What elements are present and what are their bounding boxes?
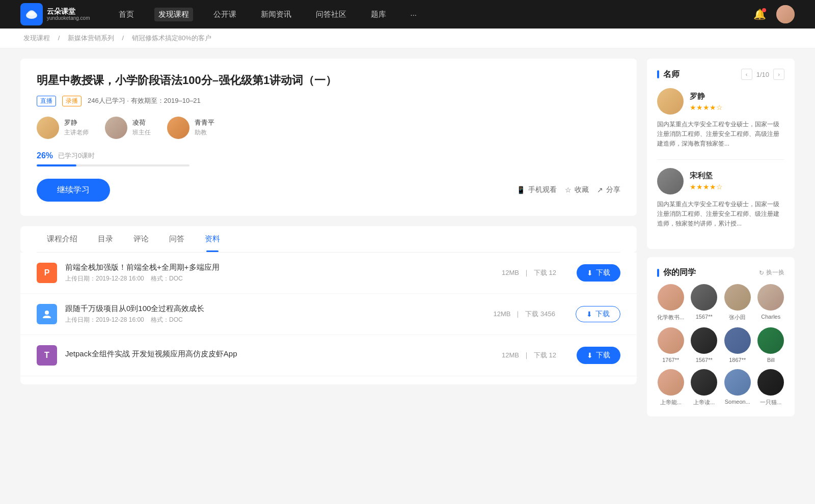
refresh-classmates-button[interactable]: ↻ 换一换: [759, 268, 784, 277]
course-meta-text: 246人已学习 · 有效期至：2019–10–21: [88, 96, 201, 105]
download-icon-2: ⬇: [587, 351, 593, 359]
nav-discover[interactable]: 发现课程: [154, 8, 193, 21]
breadcrumb-sep-1: /: [58, 34, 62, 42]
nav-more[interactable]: ···: [406, 8, 421, 21]
nav-exam[interactable]: 题库: [367, 8, 390, 21]
classmate-avatar-3: [757, 284, 784, 311]
classmate-11: 一只猫...: [757, 369, 785, 406]
classmate-5: 1567**: [691, 327, 718, 363]
material-info-2: Jetpack全组件实战 开发短视频应用高仿皮皮虾App: [65, 349, 494, 361]
logo-icon: [20, 3, 43, 25]
classmate-name-11: 一只猫...: [760, 399, 781, 406]
badge-record: 录播: [62, 96, 82, 106]
material-info-1: 跟随千万级项目从0到100全过程高效成长 上传日期：2019-12-28 16:…: [65, 304, 485, 324]
material-title-0: 前端全栈加强版！前端全栈+全周期+多端应用: [65, 263, 494, 272]
tab-material[interactable]: 资料: [195, 226, 230, 252]
share-button[interactable]: ↗ 分享: [597, 185, 620, 194]
collect-label: 收藏: [575, 185, 589, 194]
navbar: 云朵课堂 yunduoketang.com 首页 发现课程 公开课 新闻资讯 问…: [0, 0, 815, 29]
nav-news[interactable]: 新闻资讯: [257, 8, 295, 21]
download-button-2[interactable]: ⬇ 下载: [577, 347, 620, 364]
collect-button[interactable]: ☆ 收藏: [565, 185, 589, 194]
tabs: 课程介绍 目录 评论 问答 资料: [37, 226, 620, 253]
nav-qa[interactable]: 问答社区: [312, 8, 350, 21]
user-avatar-nav[interactable]: [776, 5, 795, 23]
download-button-1[interactable]: ⬇ 下载: [576, 306, 620, 322]
classmate-0: 化学教书...: [657, 284, 685, 321]
classmate-name-2: 张小田: [729, 314, 746, 321]
breadcrumb-item-1[interactable]: 发现课程: [23, 34, 50, 42]
classmate-name-1: 1567**: [696, 314, 713, 320]
progress-bar-bg: [37, 164, 189, 166]
classmate-avatar-7: [757, 327, 784, 354]
logo[interactable]: 云朵课堂 yunduoketang.com: [20, 3, 90, 25]
bell-button[interactable]: 🔔: [753, 8, 766, 20]
main-layout: 明星中教授课，小学阶段语法100分–强化级第1讲动词（一） 直播 录播 246人…: [0, 48, 815, 435]
mobile-watch-button[interactable]: 📱 手机观看: [517, 185, 557, 194]
teacher-sidebar-desc-0: 国内某重点大学安全工程专业硕士，国家一级注册消防工程师、注册安全工程师、高级注册…: [657, 120, 784, 149]
classmate-8: 上帝能...: [657, 369, 685, 406]
classmate-4: 1767**: [657, 327, 685, 363]
classmate-avatar-1: [691, 284, 717, 311]
tab-intro[interactable]: 课程介绍: [37, 226, 88, 252]
classmate-avatar-6: [724, 327, 751, 354]
material-icon-1: [37, 304, 57, 324]
classmate-name-8: 上帝能...: [660, 399, 682, 406]
nav-right: 🔔: [753, 5, 795, 23]
teacher-sidebar-avatar-1: [657, 168, 684, 194]
teacher-sidebar-0: 罗静 ★★★★☆ 国内某重点大学安全工程专业硕士，国家一级注册消防工程师、注册安…: [657, 88, 784, 149]
tab-catalog[interactable]: 目录: [88, 226, 123, 252]
breadcrumb-item-2[interactable]: 新媒体营销系列: [68, 34, 114, 42]
tab-review[interactable]: 评论: [123, 226, 159, 252]
material-list: P 前端全栈加强版！前端全栈+全周期+多端应用 上传日期：2019-12-28 …: [20, 253, 637, 384]
classmate-7: Bill: [757, 327, 785, 363]
teacher-sidebar-header-1: 宋利坚 ★★★★☆: [657, 168, 784, 194]
tabs-card: 课程介绍 目录 评论 问答 资料: [20, 226, 637, 253]
teacher-stars-0: ★★★★☆: [690, 103, 723, 111]
download-icon-1: ⬇: [586, 310, 592, 318]
classmate-name-6: 1867**: [729, 357, 746, 363]
main-content: 明星中教授课，小学阶段语法100分–强化级第1讲动词（一） 直播 录播 246人…: [20, 59, 637, 425]
classmate-avatar-5: [691, 327, 717, 354]
classmate-name-0: 化学教书...: [657, 314, 684, 321]
material-title-2: Jetpack全组件实战 开发短视频应用高仿皮皮虾App: [65, 349, 494, 359]
share-label: 分享: [606, 185, 620, 194]
classmate-6: 1867**: [724, 327, 751, 363]
breadcrumb-sep-2: /: [122, 34, 125, 42]
course-actions: 继续学习 📱 手机观看 ☆ 收藏 ↗ 分享: [37, 179, 620, 202]
badge-live: 直播: [37, 96, 56, 106]
classmate-10: Someon...: [724, 369, 751, 406]
teacher-role-2: 助教: [195, 128, 214, 137]
classmates-card: 你的同学 ↻ 换一换 化学教书... 1567**: [647, 257, 795, 416]
classmate-name-9: 上帝读...: [693, 399, 715, 406]
tab-qa[interactable]: 问答: [159, 226, 195, 252]
teacher-sidebar-meta-0: 罗静 ★★★★☆: [690, 92, 723, 111]
svg-point-3: [45, 311, 49, 315]
classmates-header: 你的同学 ↻ 换一换: [657, 267, 784, 278]
progress-pct: 26%: [37, 151, 53, 160]
teacher-page: 1/10: [756, 71, 769, 78]
classmate-3: Charles: [757, 284, 785, 321]
material-title-1: 跟随千万级项目从0到100全过程高效成长: [65, 304, 485, 314]
classmate-avatar-9: [691, 369, 717, 396]
classmates-title: 你的同学: [657, 267, 696, 278]
nav-public[interactable]: 公开课: [209, 8, 240, 21]
refresh-label: 换一换: [766, 268, 784, 277]
material-sub-1: 上传日期：2019-12-28 16:00 格式：DOC: [65, 316, 485, 324]
breadcrumb-item-3: 销冠修炼术搞定80%的客户: [132, 34, 211, 42]
classmate-2: 张小田: [724, 284, 751, 321]
classmate-name-3: Charles: [761, 314, 780, 320]
prev-teacher-button[interactable]: ‹: [741, 69, 752, 80]
notification-dot: [762, 8, 766, 12]
teacher-name-1: 凌荷: [132, 118, 151, 127]
teacher-sidebar-desc-1: 国内某重点大学安全工程专业硕士，国家一级注册消防工程师、注册安全工程师、级注册建…: [657, 200, 784, 229]
material-info-0: 前端全栈加强版！前端全栈+全周期+多端应用 上传日期：2019-12-28 16…: [65, 263, 494, 283]
continue-button[interactable]: 继续学习: [37, 179, 110, 202]
refresh-icon: ↻: [759, 269, 764, 276]
download-button-0[interactable]: ⬇ 下载: [577, 264, 620, 282]
course-title: 明星中教授课，小学阶段语法100分–强化级第1讲动词（一）: [37, 73, 620, 89]
next-teacher-button[interactable]: ›: [773, 69, 784, 80]
classmate-avatar-0: [658, 284, 684, 311]
material-stats-2: 12MB ｜ 下载 12: [502, 351, 556, 360]
nav-home[interactable]: 首页: [115, 8, 138, 21]
